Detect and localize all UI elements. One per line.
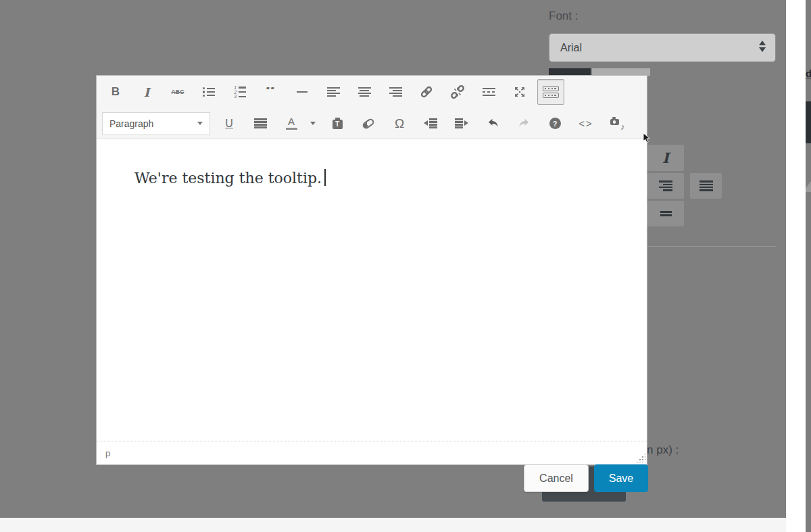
italic-glyph: I (144, 85, 149, 99)
double-dash-icon (660, 211, 672, 216)
fullscreen-icon (513, 85, 526, 99)
edge-text-fragment: di (806, 68, 811, 79)
indent-icon (455, 118, 468, 128)
edge-triangle (806, 181, 811, 192)
redo-button[interactable] (510, 111, 537, 137)
page-footer-strip (0, 518, 786, 532)
toolbar-toggle-button[interactable] (537, 79, 564, 105)
select-stepper-icon (759, 41, 766, 52)
media-icon: ♪ (610, 118, 624, 130)
side-justify-button[interactable] (690, 173, 722, 199)
side-italic-button[interactable]: I (647, 145, 684, 171)
bullet-list-button[interactable] (195, 79, 222, 105)
editor-content-area[interactable]: We're testing the tooltip. (97, 139, 647, 441)
clear-formatting-button[interactable] (355, 111, 382, 137)
read-more-icon (483, 88, 495, 97)
fullscreen-button[interactable] (506, 79, 533, 105)
italic-button[interactable]: I (133, 79, 160, 105)
paste-as-text-button[interactable]: T (324, 111, 351, 137)
code-icon: <> (579, 118, 593, 129)
undo-button[interactable] (479, 111, 506, 137)
code-button[interactable]: <> (572, 111, 599, 137)
justify-button[interactable] (247, 111, 274, 137)
read-more-button[interactable] (475, 79, 502, 105)
bullet-list-icon (203, 87, 215, 97)
align-left-button[interactable] (320, 79, 347, 105)
horizontal-rule-button[interactable] (289, 79, 316, 105)
editor-statusbar: p (97, 441, 647, 464)
font-select-value: Arial (560, 42, 582, 54)
numbered-list-button[interactable]: 1 2 3 (226, 79, 253, 105)
blockquote-button[interactable]: “ (257, 87, 285, 97)
underline-glyph: U (225, 118, 233, 130)
chevron-down-icon (197, 122, 203, 125)
format-dropdown[interactable]: Paragraph (102, 112, 210, 135)
mouse-cursor (643, 132, 652, 144)
text-cursor (324, 169, 326, 186)
eraser-icon (362, 117, 375, 130)
bold-button[interactable]: B (102, 79, 129, 105)
strikethrough-glyph: ABC (171, 89, 184, 95)
font-select[interactable]: Arial (549, 33, 776, 62)
align-left-icon (327, 87, 340, 97)
bold-glyph: B (112, 85, 120, 99)
save-button[interactable]: Save (594, 464, 648, 492)
blockquote-icon: “ (265, 89, 276, 95)
page-right-margin (786, 0, 806, 532)
editor-text: We're testing the tooltip. (134, 170, 322, 187)
omega-glyph: Ω (395, 116, 404, 131)
text-color-button[interactable]: A (278, 111, 305, 137)
keyboard-icon (543, 86, 559, 98)
horizontal-rule-icon (297, 91, 308, 93)
strikethrough-button[interactable]: ABC (164, 79, 191, 105)
indent-button[interactable] (448, 111, 475, 137)
link-icon (420, 85, 433, 99)
unlink-button[interactable] (444, 79, 471, 105)
format-dropdown-value: Paragraph (109, 118, 153, 129)
toolbar-row-2: Paragraph U A T (97, 108, 647, 139)
editor-modal: B I ABC 1 2 3 “ (96, 75, 647, 465)
chevron-down-icon (310, 122, 316, 125)
align-right-button[interactable] (382, 79, 409, 105)
resize-handle[interactable] (636, 453, 645, 462)
font-field-label: Font : (549, 9, 578, 23)
outdent-icon (424, 118, 437, 128)
justify-icon (699, 180, 713, 191)
justify-icon (254, 118, 267, 128)
side-align-right-button[interactable] (647, 173, 684, 199)
underline-button[interactable]: U (216, 111, 243, 137)
help-button[interactable]: ? (541, 111, 568, 137)
special-character-button[interactable]: Ω (386, 111, 413, 137)
text-color-menu-button[interactable] (306, 111, 320, 137)
numbered-list-icon: 1 2 3 (234, 86, 247, 98)
link-button[interactable] (413, 79, 440, 105)
px-label-fragment: n px) : (647, 443, 679, 457)
undo-icon (487, 118, 499, 128)
side-none-button[interactable] (647, 201, 684, 226)
toolbar-row-1: B I ABC 1 2 3 “ (97, 76, 647, 108)
outdent-button[interactable] (417, 111, 444, 137)
modal-actions: Cancel Save (524, 464, 648, 492)
cancel-button[interactable]: Cancel (524, 464, 589, 492)
edge-dark-block (806, 101, 811, 143)
element-path: p (105, 448, 110, 458)
help-icon: ? (549, 118, 561, 129)
text-color-icon: A (286, 117, 297, 130)
italic-glyph: I (662, 149, 669, 166)
screen: Font : Arial I n px) : di B (0, 0, 811, 532)
editor-toolbar: B I ABC 1 2 3 “ (97, 76, 647, 139)
align-right-icon (659, 180, 672, 191)
add-media-button[interactable]: ♪ (604, 111, 631, 137)
screen-edge-column: di (806, 0, 811, 532)
align-center-button[interactable] (351, 79, 378, 105)
align-center-icon (358, 87, 371, 97)
align-right-icon (389, 87, 402, 97)
paste-as-text-icon: T (332, 118, 343, 130)
unlink-icon (451, 85, 464, 99)
redo-icon (518, 118, 531, 128)
